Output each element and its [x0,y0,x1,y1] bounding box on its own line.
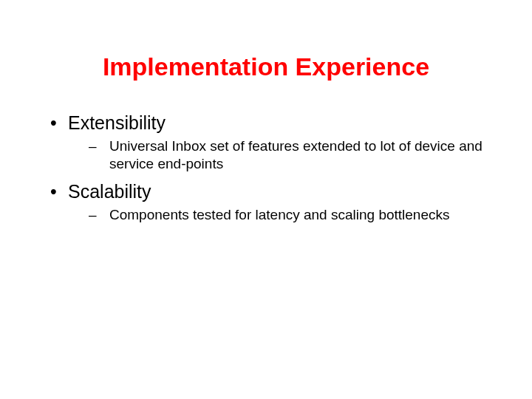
sub-bullet-item: Components tested for latency and scalin… [68,206,488,224]
slide: Implementation Experience Extensibility … [0,0,532,399]
sub-bullet-item: Universal Inbox set of features extended… [68,137,488,173]
sub-bullet-text: Universal Inbox set of features extended… [109,138,482,171]
bullet-item: Scalability Components tested for latenc… [44,180,488,224]
bullet-item: Extensibility Universal Inbox set of fea… [44,112,488,173]
sub-bullet-list: Universal Inbox set of features extended… [68,137,488,173]
slide-title: Implementation Experience [44,52,488,82]
bullet-text: Extensibility [68,112,166,133]
bullet-list: Extensibility Universal Inbox set of fea… [44,112,488,224]
sub-bullet-text: Components tested for latency and scalin… [109,207,450,222]
bullet-text: Scalability [68,181,151,202]
sub-bullet-list: Components tested for latency and scalin… [68,206,488,224]
